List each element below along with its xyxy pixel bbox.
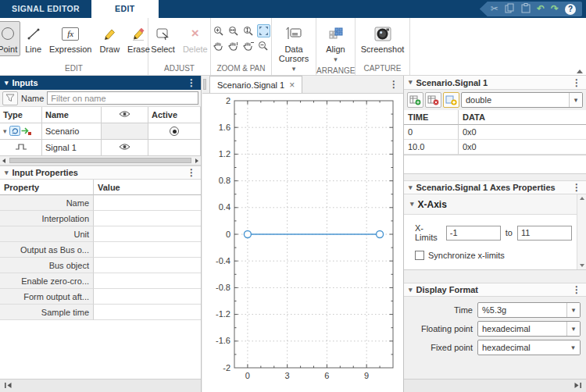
redo-icon[interactable]: ↷ bbox=[551, 2, 559, 16]
paste-icon[interactable] bbox=[521, 3, 531, 15]
delete-button[interactable]: × Delete bbox=[180, 21, 211, 56]
plot-area[interactable]: 036921.61.20.80.40-0.4-0.8-1.2-1.6-2 bbox=[202, 94, 403, 392]
sync-xlimits-checkbox[interactable] bbox=[415, 251, 424, 260]
align-button[interactable]: Align ▾ bbox=[323, 21, 348, 66]
property-name-cell: Unit bbox=[0, 226, 94, 242]
erase-pencil-icon bbox=[130, 24, 146, 43]
display-format-menu-icon[interactable]: ⋮ bbox=[572, 284, 581, 295]
chevron-down-icon[interactable]: ▾ bbox=[566, 322, 580, 336]
signal-plot[interactable]: 036921.61.20.80.40-0.4-0.8-1.2-1.6-2 bbox=[204, 95, 401, 389]
tab-signal-editor[interactable]: SIGNAL EDITOR bbox=[0, 0, 91, 18]
property-value-cell[interactable] bbox=[94, 195, 201, 211]
delete-row-button[interactable] bbox=[425, 92, 441, 108]
collapse-toolstrip-icon[interactable] bbox=[577, 69, 583, 73]
col-header-name[interactable]: Name bbox=[42, 107, 102, 123]
x-axis-section-header[interactable]: ▾ X-Axis bbox=[404, 194, 577, 215]
inputs-menu-icon[interactable]: ⋮ bbox=[187, 77, 196, 88]
add-row-button[interactable] bbox=[407, 92, 423, 108]
datatype-dropdown[interactable]: double ▾ bbox=[461, 92, 583, 108]
undo-icon[interactable]: ↶ bbox=[537, 2, 545, 16]
zoom-x-icon[interactable] bbox=[227, 24, 241, 37]
x-axis-section-title: X-Axis bbox=[418, 199, 447, 210]
time-cell[interactable]: 10.0 bbox=[404, 140, 459, 155]
signal-row-type-cell[interactable] bbox=[0, 140, 42, 156]
collapse-display-format-icon[interactable]: ▾ bbox=[409, 287, 413, 294]
svg-text:0: 0 bbox=[245, 371, 250, 380]
data-cell[interactable]: 0x0 bbox=[459, 125, 586, 140]
collapse-signal-panel-icon[interactable]: ▾ bbox=[409, 79, 413, 86]
scenario-row-type-cell[interactable]: ▾ bbox=[0, 123, 42, 140]
toolstrip-group-adjust: Select × Delete ADJUST bbox=[148, 18, 211, 75]
property-value-cell[interactable] bbox=[94, 305, 201, 320]
time-format-dropdown[interactable]: %5.3g ▾ bbox=[477, 302, 581, 318]
col-header-type[interactable]: Type bbox=[0, 107, 42, 123]
scenario-row-visibility-cell[interactable] bbox=[102, 123, 148, 140]
collapse-axes-properties-icon[interactable]: ▾ bbox=[409, 184, 413, 191]
select-button[interactable]: Select bbox=[148, 21, 178, 56]
scroll-up-icon[interactable] bbox=[580, 197, 584, 200]
line-button[interactable]: Line bbox=[22, 21, 45, 56]
scroll-left-icon[interactable] bbox=[2, 159, 5, 163]
pan-horizontal-icon[interactable] bbox=[242, 39, 255, 52]
collapse-left-panel-icon[interactable] bbox=[4, 381, 13, 390]
chevron-down-icon[interactable]: ▾ bbox=[569, 93, 582, 107]
scrollbar-thumb[interactable] bbox=[9, 158, 191, 163]
signal-row-visibility-cell[interactable] bbox=[102, 140, 148, 156]
axes-vertical-scrollbar[interactable] bbox=[577, 194, 586, 269]
scenario-row-active-cell[interactable] bbox=[148, 123, 201, 140]
chevron-down-icon[interactable]: ▾ bbox=[566, 340, 580, 355]
floating-point-dropdown[interactable]: hexadecimal ▾ bbox=[477, 321, 581, 337]
property-value-cell[interactable] bbox=[94, 258, 201, 273]
property-value-cell[interactable] bbox=[94, 242, 201, 258]
input-properties-menu-icon[interactable]: ⋮ bbox=[187, 167, 196, 178]
zoom-out-icon[interactable] bbox=[257, 39, 270, 52]
scroll-down-icon[interactable] bbox=[580, 264, 584, 267]
time-cell[interactable]: 0 bbox=[404, 125, 459, 140]
property-value-cell[interactable] bbox=[94, 273, 201, 289]
signal-row-active-cell[interactable] bbox=[148, 140, 201, 156]
copy-icon[interactable] bbox=[505, 3, 515, 15]
document-tab[interactable]: Scenario.Signal 1 × bbox=[209, 76, 302, 93]
zoom-y-icon[interactable] bbox=[242, 24, 255, 37]
splitter-grip[interactable] bbox=[203, 79, 206, 90]
expression-button[interactable]: fx Expression bbox=[46, 21, 95, 56]
fit-to-view-icon[interactable] bbox=[257, 24, 270, 37]
collapse-inputs-icon[interactable]: ▾ bbox=[5, 80, 9, 87]
inputs-horizontal-scrollbar[interactable] bbox=[0, 156, 201, 166]
x-min-input[interactable] bbox=[446, 226, 501, 241]
filter-funnel-icon[interactable] bbox=[2, 91, 18, 105]
property-value-cell[interactable] bbox=[94, 226, 201, 242]
tab-edit[interactable]: EDIT bbox=[91, 0, 159, 18]
property-value-cell[interactable] bbox=[94, 289, 201, 305]
document-menu-icon[interactable]: ⋮ bbox=[389, 79, 398, 90]
expand-scenario-icon[interactable]: ▾ bbox=[3, 128, 7, 135]
signal-panel-menu-icon[interactable]: ⋮ bbox=[572, 77, 581, 88]
pan-icon[interactable] bbox=[213, 39, 226, 52]
data-cell[interactable]: 0x0 bbox=[459, 140, 586, 155]
cut-icon[interactable]: ✂ bbox=[491, 2, 498, 16]
pan-vertical-icon[interactable] bbox=[227, 39, 241, 52]
x-max-input[interactable] bbox=[517, 226, 572, 241]
axes-properties-menu-icon[interactable]: ⋮ bbox=[572, 182, 581, 193]
insert-signal-button[interactable] bbox=[443, 92, 459, 108]
eye-icon[interactable] bbox=[119, 143, 130, 152]
data-cursors-button[interactable]: Data Cursors ▾ bbox=[274, 21, 313, 75]
fixed-point-dropdown[interactable]: hexadecimal ▾ bbox=[477, 340, 581, 355]
help-icon[interactable]: ? bbox=[565, 4, 576, 15]
draw-button[interactable]: Draw bbox=[96, 21, 123, 56]
signal-row-name-cell[interactable]: Signal 1 bbox=[42, 140, 102, 156]
collapse-x-axis-icon[interactable]: ▾ bbox=[410, 201, 414, 208]
property-value-cell[interactable] bbox=[94, 211, 201, 226]
screenshot-button[interactable]: Screenshot bbox=[358, 21, 408, 56]
col-header-active[interactable]: Active bbox=[148, 107, 201, 123]
zoom-in-icon[interactable] bbox=[213, 24, 226, 37]
scenario-row-name-cell[interactable]: Scenario bbox=[42, 123, 102, 140]
filter-input[interactable] bbox=[47, 91, 198, 105]
point-button[interactable]: Point bbox=[0, 21, 20, 56]
collapse-right-panel-icon[interactable] bbox=[573, 381, 582, 390]
close-tab-icon[interactable]: × bbox=[289, 80, 295, 90]
scroll-right-icon[interactable] bbox=[195, 159, 198, 163]
collapse-input-properties-icon[interactable]: ▾ bbox=[5, 169, 9, 176]
active-radio-selected[interactable] bbox=[170, 127, 179, 136]
chevron-down-icon[interactable]: ▾ bbox=[566, 303, 580, 317]
